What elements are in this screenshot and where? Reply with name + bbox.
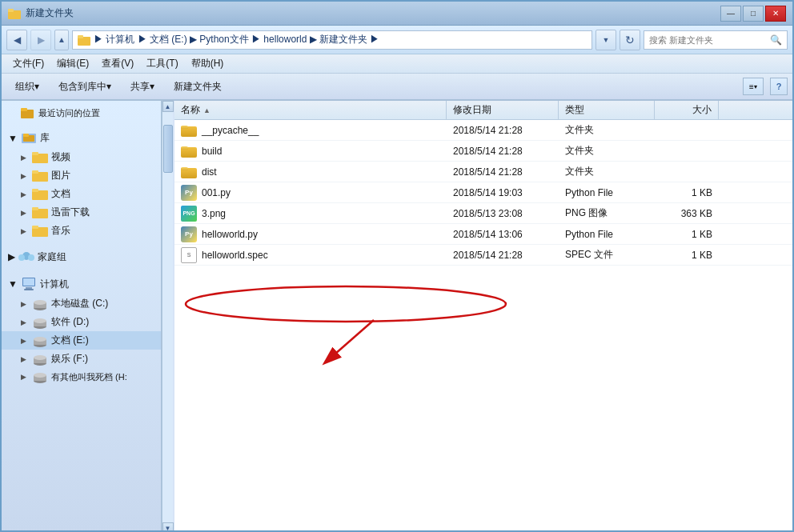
menu-bar: 文件(F) 编辑(E) 查看(V) 工具(T) 帮助(H) bbox=[2, 54, 792, 74]
scroll-thumb[interactable] bbox=[163, 125, 173, 173]
png-file-icon: PNG bbox=[181, 206, 197, 222]
sidebar-item-drive-c[interactable]: ▶ 本地磁盘 (C:) bbox=[2, 294, 161, 313]
svg-rect-10 bbox=[32, 152, 38, 155]
sidebar-item-video[interactable]: ▶ 视频 bbox=[2, 148, 161, 166]
svg-rect-1 bbox=[8, 9, 14, 12]
sidebar-item-xunlei[interactable]: ▶ 迅雷下载 bbox=[2, 203, 161, 222]
new-folder-button[interactable]: 新建文件夹 bbox=[165, 76, 231, 97]
svg-rect-23 bbox=[23, 278, 34, 286]
svg-rect-5 bbox=[21, 108, 27, 111]
drive-h-icon bbox=[32, 370, 48, 383]
table-row[interactable]: __pycache__ 2018/5/14 21:28 文件夹 bbox=[174, 120, 792, 141]
table-row[interactable]: build 2018/5/14 21:28 文件夹 bbox=[174, 141, 792, 162]
python-file-icon: Py bbox=[181, 185, 197, 201]
svg-rect-24 bbox=[26, 287, 32, 289]
help-button[interactable]: ? bbox=[770, 78, 788, 95]
video-folder-icon bbox=[32, 151, 48, 164]
drive-f-icon bbox=[32, 353, 48, 366]
title-bar: 新建文件夹 — □ ✕ bbox=[2, 2, 792, 26]
sidebar-item-drive-h[interactable]: ▶ 有其他叫我死档 (H: bbox=[2, 368, 161, 386]
library-label: 库 bbox=[40, 131, 50, 145]
drive-e-icon bbox=[32, 334, 48, 347]
svg-point-37 bbox=[34, 355, 46, 360]
table-row[interactable]: dist 2018/5/14 21:28 文件夹 bbox=[174, 162, 792, 182]
drive-d-icon bbox=[32, 316, 48, 329]
sidebar-section-homegroup[interactable]: ▶ 家庭组 bbox=[2, 246, 161, 267]
svg-rect-16 bbox=[32, 207, 38, 210]
scroll-down-arrow[interactable]: ▼ bbox=[162, 522, 174, 532]
breadcrumb-text: ▶ 计算机 ▶ 文档 (E:) ▶ Python文件 ▶ helloworld … bbox=[94, 33, 379, 46]
minimize-button[interactable]: — bbox=[720, 6, 741, 22]
svg-rect-12 bbox=[32, 170, 38, 174]
folder-icon bbox=[181, 145, 197, 158]
drive-c-icon bbox=[32, 298, 48, 310]
svg-rect-14 bbox=[32, 189, 38, 192]
sidebar-item-drive-e[interactable]: ▶ 文档 (E:) bbox=[2, 331, 161, 350]
table-row-helloworldspec[interactable]: S helloworld.spec 2018/5/14 21:28 SPEC 文… bbox=[174, 245, 792, 266]
sidebar-item-pictures[interactable]: ▶ 图片 bbox=[2, 166, 161, 185]
menu-view[interactable]: 查看(V) bbox=[95, 55, 140, 72]
col-header-size[interactable]: 大小 bbox=[655, 101, 719, 119]
back-button[interactable]: ◀ bbox=[6, 30, 27, 50]
organize-button[interactable]: 组织▾ bbox=[6, 76, 48, 97]
folder-icon bbox=[181, 166, 197, 178]
menu-edit[interactable]: 编辑(E) bbox=[50, 55, 95, 72]
col-header-date[interactable]: 修改日期 bbox=[447, 101, 559, 119]
xunlei-folder-icon bbox=[32, 206, 48, 219]
sidebar-item-drive-f[interactable]: ▶ 娱乐 (F:) bbox=[2, 350, 161, 368]
svg-point-28 bbox=[34, 300, 46, 305]
python-file-icon: Py bbox=[181, 226, 197, 242]
col-header-name[interactable]: 名称 ▲ bbox=[174, 101, 447, 119]
sidebar-item-music[interactable]: ▶ 音乐 bbox=[2, 222, 161, 240]
documents-folder-icon bbox=[32, 188, 48, 201]
forward-button[interactable]: ▶ bbox=[30, 30, 51, 50]
address-dropdown-button[interactable]: ▼ bbox=[596, 30, 616, 50]
svg-point-21 bbox=[28, 254, 34, 261]
svg-rect-25 bbox=[24, 289, 34, 290]
folder-icon bbox=[181, 124, 197, 137]
recent-label: 最近访问的位置 bbox=[38, 107, 100, 119]
title-folder-icon bbox=[8, 8, 21, 19]
svg-point-40 bbox=[34, 373, 46, 378]
sidebar: 最近访问的位置 ▼ 库 ▶ bbox=[2, 101, 162, 532]
title-text: 新建文件夹 bbox=[26, 6, 74, 20]
sidebar-section-library[interactable]: ▼ 库 bbox=[2, 128, 161, 148]
up-button[interactable]: ▲ bbox=[54, 30, 69, 50]
svg-point-31 bbox=[34, 318, 46, 323]
sidebar-scrollbar[interactable]: ▲ ▼ bbox=[162, 101, 173, 532]
table-row-3png[interactable]: PNG 3.png 2018/5/13 23:08 PNG 图像 363 KB bbox=[174, 203, 792, 224]
close-button[interactable]: ✕ bbox=[765, 6, 786, 22]
recent-icon bbox=[19, 106, 35, 119]
music-folder-icon bbox=[32, 225, 48, 238]
sidebar-item-documents[interactable]: ▶ 文档 bbox=[2, 185, 161, 203]
sidebar-item-recent[interactable]: 最近访问的位置 bbox=[2, 104, 161, 122]
table-row-001py[interactable]: Py 001.py 2018/5/14 19:03 Python File 1 … bbox=[174, 182, 792, 203]
computer-icon bbox=[21, 277, 37, 291]
sidebar-section-computer[interactable]: ▼ 计算机 bbox=[2, 274, 161, 294]
refresh-button[interactable]: ↻ bbox=[620, 30, 640, 50]
file-area: 名称 ▲ 修改日期 类型 大小 __py bbox=[174, 101, 792, 532]
homegroup-icon bbox=[18, 250, 34, 264]
svg-rect-3 bbox=[78, 35, 83, 38]
search-box: 🔍 bbox=[644, 30, 788, 50]
include-library-button[interactable]: 包含到库中▾ bbox=[50, 76, 120, 97]
scroll-up-arrow[interactable]: ▲ bbox=[162, 101, 174, 112]
address-bar: ◀ ▶ ▲ ▶ 计算机 ▶ 文档 (E:) ▶ Python文件 ▶ hello… bbox=[2, 26, 792, 54]
col-header-type[interactable]: 类型 bbox=[559, 101, 655, 119]
breadcrumb[interactable]: ▶ 计算机 ▶ 文档 (E:) ▶ Python文件 ▶ helloworld … bbox=[72, 30, 592, 50]
svg-point-20 bbox=[18, 254, 25, 261]
search-input[interactable] bbox=[649, 35, 770, 45]
table-row-helloworldpy[interactable]: Py helloworld.py 2018/5/14 13:06 Python … bbox=[174, 224, 792, 245]
search-icon[interactable]: 🔍 bbox=[770, 34, 782, 46]
share-button[interactable]: 共享▾ bbox=[122, 76, 163, 97]
maximize-button[interactable]: □ bbox=[743, 6, 764, 22]
menu-file[interactable]: 文件(F) bbox=[6, 55, 50, 72]
menu-help[interactable]: 帮助(H) bbox=[185, 55, 231, 72]
library-icon bbox=[21, 132, 37, 145]
view-dropdown-icon: ▾ bbox=[754, 83, 757, 90]
sidebar-item-drive-d[interactable]: ▶ 软件 (D:) bbox=[2, 313, 161, 331]
menu-tools[interactable]: 工具(T) bbox=[140, 55, 184, 72]
view-toggle-button[interactable]: ≡ ▾ bbox=[743, 78, 764, 95]
svg-rect-18 bbox=[32, 226, 38, 229]
svg-point-34 bbox=[34, 337, 46, 342]
